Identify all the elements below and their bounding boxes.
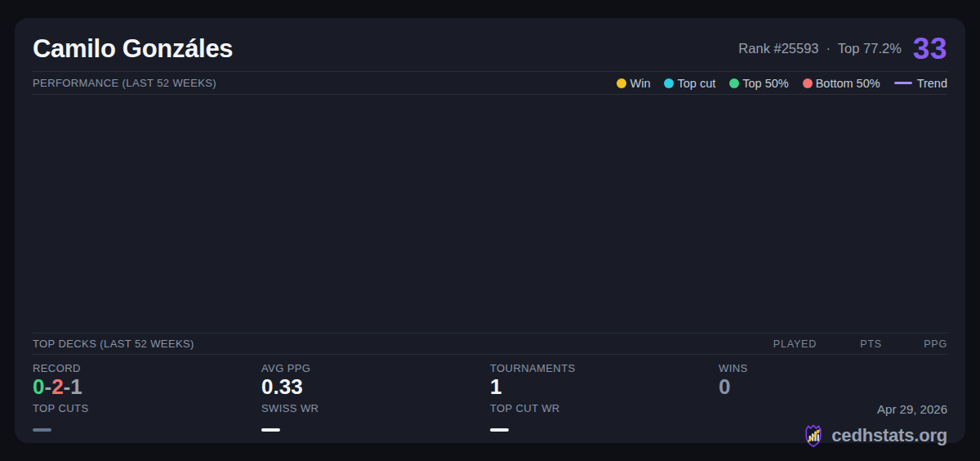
legend-item-top-50[interactable]: Top 50%: [729, 77, 788, 90]
player-name: Camilo Gonzáles: [33, 34, 233, 64]
swiss-wr-label: SWISS WR: [261, 402, 490, 415]
site-name: cedhstats.org: [831, 425, 947, 446]
rank-block: Rank #25593 · Top 77.2% 33: [738, 34, 947, 64]
record-label: RECORD: [33, 362, 261, 375]
cedhstats-shield-logo-icon: [802, 423, 825, 449]
legend-label: Win: [630, 77, 650, 90]
tournaments-label: TOURNAMENTS: [490, 362, 719, 375]
legend-item-top-cut[interactable]: Top cut: [664, 77, 715, 90]
wins-value: 0: [719, 375, 947, 400]
separator-dot: ·: [826, 42, 831, 56]
site-branding[interactable]: cedhstats.org: [802, 423, 947, 449]
record-separator: -: [44, 374, 51, 399]
record-draws: 1: [70, 374, 82, 399]
player-score: 33: [913, 34, 947, 64]
legend-label: Top 50%: [742, 77, 788, 90]
top-50-dot-icon: [729, 78, 739, 88]
top-cuts-label: TOP CUTS: [33, 402, 261, 415]
stat-cell-avg-ppg: AVG PPG 0.33 SWISS WR: [261, 362, 490, 449]
avg-ppg-label: AVG PPG: [261, 362, 490, 375]
column-header-played: PLAYED: [735, 338, 817, 350]
top-percent-label: Top 77.2%: [838, 41, 902, 56]
legend-item-win[interactable]: Win: [617, 77, 650, 90]
bottom-50-dot-icon: [803, 78, 813, 88]
record-separator: -: [64, 374, 71, 399]
record-value: 0-2-1: [33, 375, 261, 400]
rank-text: Rank #25593 · Top 77.2%: [738, 41, 901, 56]
column-header-pts: PTS: [817, 338, 882, 350]
legend-label: Top cut: [677, 77, 715, 90]
chart-legend: Win Top cut Top 50% Bottom 50% Trend: [617, 77, 947, 90]
player-stats-card: Camilo Gonzáles Rank #25593 · Top 77.2% …: [15, 18, 965, 443]
record-losses: 2: [51, 374, 63, 399]
stat-cell-tournaments: TOURNAMENTS 1 TOP CUT WR: [490, 362, 719, 449]
top-decks-section-label: TOP DECKS (LAST 52 WEEKS): [33, 338, 194, 350]
performance-section-label: PERFORMANCE (LAST 52 WEEKS): [33, 77, 216, 89]
legend-item-bottom-50[interactable]: Bottom 50%: [803, 77, 880, 90]
tournaments-value: 1: [490, 375, 719, 400]
top-cuts-empty-dash: [33, 428, 51, 432]
performance-chart-area: [33, 95, 947, 333]
stat-cell-record: RECORD 0-2-1 TOP CUTS: [33, 362, 261, 449]
column-header-ppg: PPG: [882, 338, 947, 350]
footer-date: Apr 29, 2026: [877, 402, 947, 418]
stat-cell-wins: WINS 0 Apr 29, 2026: [719, 362, 947, 449]
top-cut-dot-icon: [664, 78, 674, 88]
stage: Camilo Gonzáles Rank #25593 · Top 77.2% …: [0, 0, 980, 461]
stats-grid: RECORD 0-2-1 TOP CUTS AVG PPG 0.33 SWISS…: [33, 355, 947, 443]
win-dot-icon: [617, 78, 626, 88]
record-wins: 0: [33, 374, 44, 399]
top-cut-wr-label: TOP CUT WR: [490, 402, 719, 415]
rank-label: Rank #25593: [738, 41, 818, 56]
top-decks-column-headers: PLAYED PTS PPG: [735, 338, 947, 350]
trend-line-icon: [894, 82, 912, 84]
top-cut-wr-empty-dash: [490, 428, 509, 432]
avg-ppg-value: 0.33: [261, 375, 490, 400]
performance-section-header: PERFORMANCE (LAST 52 WEEKS) Win Top cut …: [33, 71, 947, 95]
legend-label: Trend: [917, 77, 947, 90]
legend-item-trend[interactable]: Trend: [894, 77, 947, 90]
top-decks-section-header: TOP DECKS (LAST 52 WEEKS) PLAYED PTS PPG: [33, 333, 947, 355]
wins-label: WINS: [719, 362, 947, 375]
card-header: Camilo Gonzáles Rank #25593 · Top 77.2% …: [33, 18, 947, 71]
swiss-wr-empty-dash: [261, 428, 280, 432]
legend-label: Bottom 50%: [816, 77, 880, 90]
footer-block: Apr 29, 2026 cedhstats.org: [719, 402, 947, 449]
